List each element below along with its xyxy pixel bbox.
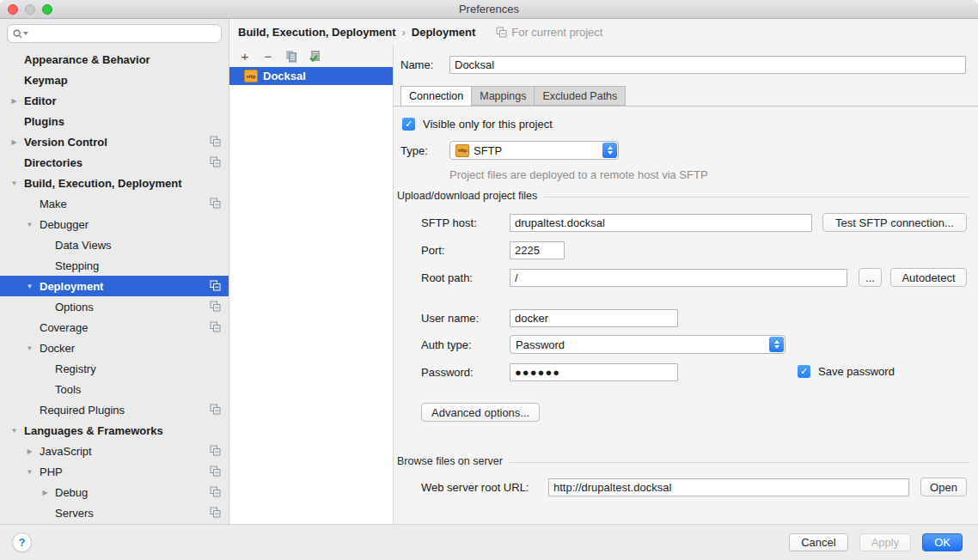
sidebar-item-directories[interactable]: Directories bbox=[0, 152, 229, 173]
sidebar-item-tools[interactable]: Tools bbox=[0, 379, 229, 399]
use-as-default-icon bbox=[309, 50, 321, 63]
tree-down-arrow-icon[interactable]: ▼ bbox=[25, 283, 34, 290]
upload-section-header: Upload/download project files bbox=[397, 190, 969, 202]
sidebar-item-php[interactable]: ▼PHP bbox=[0, 461, 229, 482]
search-options-caret-icon[interactable] bbox=[23, 32, 28, 35]
type-value: SFTP bbox=[474, 144, 502, 157]
sidebar-item-debug[interactable]: ▶Debug bbox=[0, 482, 229, 502]
sidebar-item-version-control[interactable]: ▶Version Control bbox=[0, 131, 229, 152]
sidebar-item-javascript[interactable]: ▶JavaScript bbox=[0, 441, 229, 461]
ok-button[interactable]: OK bbox=[922, 533, 963, 551]
for-current-project-icon bbox=[496, 27, 507, 38]
save-password-checkbox[interactable]: ✓ bbox=[798, 365, 810, 378]
sidebar-item-deployment[interactable]: ▼Deployment bbox=[0, 276, 229, 296]
sidebar-item-debugger[interactable]: ▼Debugger bbox=[0, 214, 229, 234]
browse-root-path-button[interactable]: ... bbox=[859, 268, 882, 287]
use-as-default-button[interactable] bbox=[307, 48, 322, 64]
server-item-docksal[interactable]: sftpDocksal bbox=[229, 67, 393, 85]
sidebar-item-label: PHP bbox=[40, 466, 63, 478]
auth-type-select[interactable]: Password bbox=[510, 335, 785, 354]
breadcrumb-current: Deployment bbox=[412, 26, 475, 39]
sidebar-item-stepping[interactable]: Stepping bbox=[0, 255, 229, 276]
test-sftp-connection-button[interactable]: Test SFTP connection... bbox=[822, 213, 967, 232]
scope-indicator: For current project bbox=[496, 26, 602, 39]
sidebar-item-label: Version Control bbox=[24, 136, 107, 149]
shared-project-icon bbox=[210, 486, 221, 497]
help-button[interactable]: ? bbox=[12, 533, 32, 552]
browse-section-title: Browse files on server bbox=[397, 455, 503, 467]
cancel-button[interactable]: Cancel bbox=[789, 533, 847, 551]
web-root-input[interactable] bbox=[548, 478, 909, 496]
breadcrumb-parent[interactable]: Build, Execution, Deployment bbox=[238, 26, 395, 39]
sidebar-item-required-plugins[interactable]: Required Plugins bbox=[0, 399, 229, 420]
auth-type-value: Password bbox=[516, 338, 565, 351]
sidebar-item-registry[interactable]: Registry bbox=[0, 358, 229, 379]
sidebar-item-appearance-behavior[interactable]: Appearance & Behavior bbox=[0, 49, 229, 70]
sidebar-item-label: Servers bbox=[55, 507, 94, 520]
sidebar-item-editor[interactable]: ▶Editor bbox=[0, 90, 229, 111]
tree-down-arrow-icon[interactable]: ▼ bbox=[9, 180, 19, 187]
tree-right-arrow-icon[interactable]: ▶ bbox=[9, 138, 19, 146]
tree-right-arrow-icon[interactable]: ▶ bbox=[40, 489, 50, 496]
root-path-input[interactable] bbox=[510, 269, 847, 287]
tab-mappings[interactable]: Mappings bbox=[472, 86, 535, 106]
type-select[interactable]: sftp SFTP bbox=[449, 141, 619, 160]
sidebar-item-languages-frameworks[interactable]: ▼Languages & Frameworks bbox=[0, 420, 229, 441]
web-root-label: Web server root URL: bbox=[421, 478, 529, 496]
user-name-input[interactable] bbox=[510, 309, 678, 327]
open-url-button[interactable]: Open bbox=[920, 478, 967, 496]
server-list-toolbar: + − bbox=[229, 45, 393, 67]
visible-only-checkbox[interactable]: ✓ bbox=[402, 118, 415, 131]
sftp-host-input[interactable] bbox=[510, 214, 812, 232]
scope-label: For current project bbox=[511, 26, 602, 39]
tree-down-arrow-icon[interactable]: ▼ bbox=[25, 468, 34, 476]
name-input[interactable] bbox=[449, 56, 966, 74]
tree-down-arrow-icon[interactable]: ▼ bbox=[9, 427, 19, 435]
copy-server-button[interactable] bbox=[284, 48, 299, 64]
sidebar-item-options[interactable]: Options bbox=[0, 296, 229, 317]
sidebar-item-label: Tools bbox=[55, 383, 81, 396]
settings-search-field[interactable] bbox=[7, 24, 222, 43]
sidebar-item-plugins[interactable]: Plugins bbox=[0, 111, 229, 131]
tree-down-arrow-icon[interactable]: ▼ bbox=[25, 344, 34, 352]
sidebar-item-make[interactable]: Make bbox=[0, 193, 229, 214]
shared-project-icon bbox=[210, 507, 221, 518]
tab-bar: Connection Mappings Excluded Paths bbox=[400, 85, 626, 106]
root-path-label: Root path: bbox=[421, 269, 473, 287]
sidebar-item-label: Stepping bbox=[55, 259, 99, 272]
remove-server-button[interactable]: − bbox=[260, 48, 276, 64]
sidebar-item-build-execution-deployment[interactable]: ▼Build, Execution, Deployment bbox=[0, 173, 229, 193]
copy-icon bbox=[285, 50, 297, 63]
user-name-label: User name: bbox=[421, 309, 479, 327]
minimize-button[interactable] bbox=[25, 4, 35, 15]
sidebar-item-coverage[interactable]: Coverage bbox=[0, 317, 229, 338]
tab-excluded-paths[interactable]: Excluded Paths bbox=[535, 86, 626, 106]
close-button[interactable] bbox=[8, 4, 18, 15]
advanced-options-button[interactable]: Advanced options... bbox=[421, 403, 540, 422]
add-server-button[interactable]: + bbox=[237, 48, 253, 64]
upload-section-title: Upload/download project files bbox=[397, 190, 537, 202]
preferences-window: Preferences Appearance & BehaviorKeymap▶… bbox=[0, 0, 978, 560]
sidebar-item-label: Appearance & Behavior bbox=[24, 53, 150, 66]
tab-connection[interactable]: Connection bbox=[400, 86, 472, 107]
sidebar-item-servers[interactable]: Servers bbox=[0, 502, 229, 523]
shared-project-icon bbox=[210, 404, 221, 415]
password-input[interactable] bbox=[510, 363, 678, 381]
sidebar-item-data-views[interactable]: Data Views bbox=[0, 234, 229, 255]
sidebar-item-keymap[interactable]: Keymap bbox=[0, 70, 229, 90]
sidebar-item-label: Plugins bbox=[24, 115, 64, 128]
password-label: Password: bbox=[421, 363, 474, 381]
port-input[interactable] bbox=[510, 241, 565, 259]
tree-right-arrow-icon[interactable]: ▶ bbox=[9, 97, 19, 105]
zoom-button[interactable] bbox=[42, 4, 52, 15]
autodetect-button[interactable]: Autodetect bbox=[890, 268, 967, 287]
search-input[interactable] bbox=[31, 27, 216, 40]
sidebar-item-docker[interactable]: ▼Docker bbox=[0, 338, 229, 358]
tree-right-arrow-icon[interactable]: ▶ bbox=[25, 447, 34, 455]
dialog-footer: ? Cancel Apply OK bbox=[0, 524, 978, 560]
sftp-file-icon: sftp bbox=[244, 70, 258, 82]
shared-project-icon bbox=[210, 445, 221, 456]
browse-section-header: Browse files on server bbox=[397, 455, 969, 467]
apply-button[interactable]: Apply bbox=[859, 533, 912, 551]
tree-down-arrow-icon[interactable]: ▼ bbox=[25, 221, 34, 228]
